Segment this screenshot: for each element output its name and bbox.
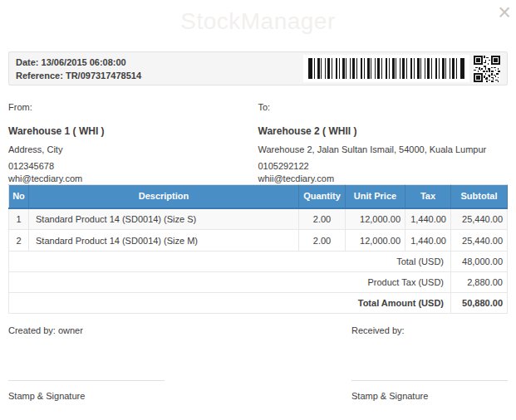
- created-by-block: Created by: owner Stamp & Signature: [8, 324, 165, 402]
- received-by-block: Received by: Stamp & Signature: [351, 324, 508, 402]
- items-table: No Description Quantity Unit Price Tax S…: [8, 184, 508, 314]
- from-phone: 012345678: [8, 161, 247, 172]
- cell-quantity: 2.00: [299, 208, 346, 230]
- date-line: Date: 13/06/2015 06:08:00: [16, 56, 141, 69]
- total-label: Total (USD): [9, 252, 451, 272]
- signature-line: [8, 380, 165, 381]
- product-tax-row: Product Tax (USD) 2,880.00: [9, 272, 508, 293]
- barcode-bars: [308, 58, 464, 79]
- reference-value: TR/097317478514: [66, 71, 141, 81]
- cell-no: 1: [9, 208, 29, 230]
- transfer-details-modal: StockManager × Date: 13/06/2015 06:08:00…: [0, 0, 516, 420]
- product-tax-label: Product Tax (USD): [9, 272, 451, 293]
- signature-line: [351, 380, 508, 381]
- stamp-signature-label: Stamp & Signature: [8, 391, 165, 402]
- close-icon[interactable]: ×: [498, 0, 511, 25]
- to-warehouse-name: Warehouse 2 ( WHII ): [258, 126, 497, 137]
- date-label: Date:: [16, 57, 39, 67]
- stamp-signature-label: Stamp & Signature: [351, 391, 508, 402]
- table-row: 2 Standard Product 14 (SD0014) (Size M) …: [9, 230, 508, 252]
- to-label: To:: [258, 102, 497, 113]
- parties-section: From: Warehouse 1 ( WHI ) Address, City …: [8, 98, 508, 184]
- total-amount-label: Total Amount (USD): [9, 293, 451, 314]
- cell-subtotal: 25,440.00: [451, 230, 508, 252]
- col-header-quantity: Quantity: [299, 185, 346, 208]
- from-block: From: Warehouse 1 ( WHI ) Address, City …: [8, 98, 258, 184]
- qr-code-icon: [474, 56, 500, 82]
- col-header-subtotal: Subtotal: [451, 185, 508, 208]
- from-address: Address, City: [8, 144, 247, 155]
- cell-tax: 1,440.00: [405, 230, 451, 252]
- reference-line: Reference: TR/097317478514: [16, 69, 141, 82]
- cell-subtotal: 25,440.00: [451, 208, 508, 230]
- table-header-row: No Description Quantity Unit Price Tax S…: [9, 185, 508, 208]
- col-header-unit-price: Unit Price: [346, 185, 405, 208]
- codes: [303, 56, 500, 81]
- reference-label: Reference:: [16, 71, 63, 81]
- to-phone: 0105292122: [258, 161, 497, 172]
- date-value: 13/06/2015 06:08:00: [42, 57, 126, 67]
- barcode: [303, 55, 469, 82]
- items-table-wrapper: No Description Quantity Unit Price Tax S…: [8, 184, 508, 314]
- cell-no: 2: [9, 230, 29, 252]
- cell-unit-price: 12,000.00: [346, 208, 405, 230]
- to-block: To: Warehouse 2 ( WHII ) Warehouse 2, Ja…: [258, 98, 509, 184]
- col-header-description: Description: [29, 185, 299, 208]
- meta-text: Date: 13/06/2015 06:08:00 Reference: TR/…: [16, 56, 141, 82]
- total-value: 48,000.00: [451, 252, 508, 272]
- cell-tax: 1,440.00: [405, 208, 451, 230]
- total-amount-row: Total Amount (USD) 50,880.00: [9, 293, 508, 314]
- received-by-text: Received by:: [351, 324, 508, 336]
- to-address: Warehouse 2, Jalan Sultan Ismail, 54000,…: [258, 144, 497, 155]
- cell-unit-price: 12,000.00: [346, 230, 405, 252]
- col-header-tax: Tax: [405, 185, 451, 208]
- created-by-text: Created by: owner: [8, 324, 165, 336]
- cell-description: Standard Product 14 (SD0014) (Size S): [29, 208, 299, 230]
- total-amount-value: 50,880.00: [451, 293, 508, 314]
- table-row: 1 Standard Product 14 (SD0014) (Size S) …: [9, 208, 508, 230]
- meta-bar: Date: 13/06/2015 06:08:00 Reference: TR/…: [8, 51, 508, 85]
- from-email: whi@tecdiary.com: [8, 173, 247, 184]
- from-warehouse-name: Warehouse 1 ( WHI ): [8, 126, 247, 137]
- product-tax-value: 2,880.00: [451, 272, 508, 293]
- app-title: StockManager: [0, 8, 516, 35]
- to-email: whii@tecdiary.com: [258, 173, 497, 184]
- cell-description: Standard Product 14 (SD0014) (Size M): [29, 230, 299, 252]
- signatures-section: Created by: owner Stamp & Signature Rece…: [8, 324, 508, 402]
- cell-quantity: 2.00: [299, 230, 346, 252]
- total-row: Total (USD) 48,000.00: [9, 252, 508, 272]
- from-label: From:: [8, 102, 247, 113]
- col-header-no: No: [9, 185, 29, 208]
